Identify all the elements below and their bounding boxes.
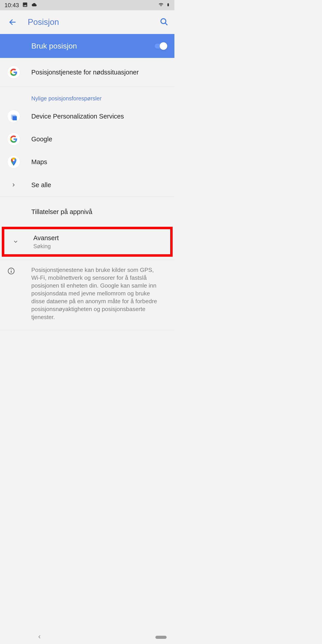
- emergency-label: Posisjonstjeneste for nødssituasjoner: [31, 68, 167, 76]
- info-row: Posisjonstjenestene kan bruke kilder som…: [0, 260, 174, 328]
- advanced-row[interactable]: Avansert Søking: [4, 229, 170, 254]
- maps-icon: [7, 156, 20, 168]
- status-bar: 10:43: [0, 0, 174, 10]
- wifi-icon: [158, 2, 164, 8]
- app-permissions-row[interactable]: Tillatelser på appnivå: [0, 197, 174, 227]
- info-text: Posisjonstjenestene kan bruke kilder som…: [31, 266, 167, 321]
- svg-point-9: [11, 269, 12, 270]
- info-icon: [7, 272, 15, 276]
- app-row-google[interactable]: Google: [0, 128, 174, 150]
- emergency-location-row[interactable]: Posisjonstjeneste for nødssituasjoner: [0, 58, 174, 86]
- app-bar: Posisjon: [0, 10, 174, 34]
- battery-icon: [166, 2, 170, 8]
- divider: [0, 330, 174, 330]
- app-label: Device Personalization Services: [31, 112, 167, 120]
- google-icon: [7, 132, 20, 146]
- google-icon: [7, 66, 20, 79]
- svg-rect-5: [13, 116, 17, 120]
- app-label: Maps: [31, 158, 167, 166]
- app-label: Google: [31, 135, 167, 143]
- search-button[interactable]: [160, 18, 168, 27]
- chevron-right-icon: [7, 182, 20, 188]
- back-button[interactable]: [8, 18, 16, 26]
- content-area: Posisjonstjeneste for nødssituasjoner Ny…: [0, 58, 174, 330]
- advanced-row-highlight: Avansert Søking: [2, 227, 173, 257]
- advanced-subtitle: Søking: [33, 243, 165, 250]
- app-row-dps[interactable]: Device Personalization Services: [0, 105, 174, 128]
- recent-requests-header: Nylige posisjonsforespørsler: [0, 87, 174, 105]
- dps-icon: [7, 110, 20, 123]
- cloud-icon: [31, 2, 37, 8]
- svg-point-6: [13, 160, 14, 161]
- image-icon: [22, 2, 28, 8]
- app-row-maps[interactable]: Maps: [0, 150, 174, 173]
- chevron-down-icon: [9, 239, 22, 244]
- master-toggle-label: Bruk posisjon: [31, 42, 77, 50]
- see-all-row[interactable]: Se alle: [0, 173, 174, 196]
- svg-line-2: [165, 23, 167, 25]
- advanced-title: Avansert: [33, 234, 165, 242]
- status-time: 10:43: [4, 2, 19, 9]
- master-toggle-switch[interactable]: [154, 42, 167, 50]
- see-all-label: Se alle: [31, 181, 167, 189]
- page-title: Posisjon: [28, 18, 160, 27]
- master-toggle-row[interactable]: Bruk posisjon: [0, 34, 174, 58]
